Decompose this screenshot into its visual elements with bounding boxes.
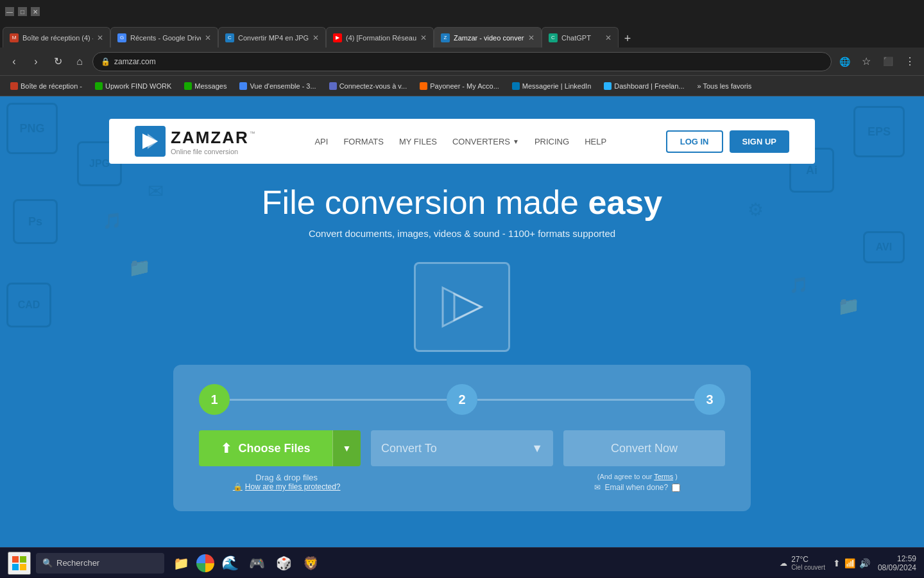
address-bar[interactable]: 🔒 zamzar.com (92, 52, 832, 71)
protected-link[interactable]: 🔒 How are my files protected? (199, 482, 374, 491)
taskbar-search[interactable]: 🔍 Rechercher (36, 553, 164, 574)
upwork-bm-icon2 (184, 82, 192, 90)
bookmark-label: Upwork FIND WORK (105, 82, 171, 90)
weather-info: 27°C Ciel couvert (791, 555, 825, 571)
logo-area: ZAMZAR ™ Online file conversion (135, 126, 255, 157)
clock-date: 08/09/2024 (878, 563, 916, 572)
center-video-icon (0, 262, 924, 352)
bookmark-more[interactable]: » Tous les favoris (692, 80, 757, 92)
hero-title: File conversion made easy (13, 183, 911, 222)
minimize-button[interactable]: — (5, 7, 14, 16)
reload-button[interactable]: ↻ (49, 53, 67, 71)
url-text: zamzar.com (114, 57, 156, 66)
clock: 12:59 08/09/2024 (878, 554, 916, 572)
dropdown-arrow-icon: ▼ (343, 443, 352, 453)
tab-chatgpt[interactable]: C ChatGPT ✕ (542, 27, 619, 48)
tab-formation[interactable]: ▶ (4) [Formation Réseaux ✕ (326, 27, 434, 48)
bookmark-connect[interactable]: Connectez-vous à v... (324, 80, 413, 92)
maximize-button[interactable]: □ (18, 7, 27, 16)
gmail-bm-icon (10, 82, 18, 90)
convert-now-button[interactable]: Convert Now (563, 430, 725, 466)
choose-files-main: ⬆ Choose Files (199, 430, 332, 466)
nav-help[interactable]: HELP (585, 137, 606, 146)
logo-icon (140, 131, 160, 152)
agree-text: (And agree to our Terms ) (550, 473, 725, 480)
system-tray: ⬆ 📶 🔊 (833, 558, 870, 568)
freelance-bm-icon (604, 82, 612, 90)
svg-marker-2 (443, 288, 481, 326)
choose-files-dropdown[interactable]: ▼ (332, 430, 361, 466)
search-icon: 🔍 (42, 558, 53, 568)
step-3-number: 3 (706, 392, 713, 407)
logo-box (135, 126, 166, 157)
extension-icon[interactable]: ⬛ (879, 53, 897, 71)
email-icon: ✉ (594, 483, 601, 492)
tab-close-icon[interactable]: ✕ (205, 33, 211, 42)
terms-link[interactable]: Terms (654, 473, 673, 480)
network-icon: 📶 (844, 558, 855, 568)
bookmark-linkedin[interactable]: Messagerie | LinkedIn (507, 80, 596, 92)
new-tab-button[interactable]: + (619, 30, 637, 48)
back-button[interactable]: ‹ (5, 53, 23, 71)
nav-links: API FORMATS MY FILES CONVERTERS ▼ PRICIN… (314, 137, 606, 146)
choose-files-button[interactable]: ⬆ Choose Files ▼ (199, 430, 361, 466)
nav-auth: LOG IN SIGN UP (666, 130, 789, 153)
tab-close-icon[interactable]: ✕ (420, 33, 427, 42)
tab-zamzar[interactable]: Z Zamzar - video convert ✕ (434, 27, 542, 48)
agree-prefix: (And agree to our (597, 473, 653, 480)
connect-bm-icon (329, 82, 337, 90)
bookmark-icon[interactable]: ☆ (857, 53, 875, 71)
tab-drive[interactable]: G Récents - Google Drive ✕ (110, 27, 218, 48)
nav-formats[interactable]: FORMATS (343, 137, 384, 146)
email-checkbox[interactable] (672, 484, 680, 492)
tab-close-icon[interactable]: ✕ (528, 33, 535, 42)
convert-to-button[interactable]: Convert To ▼ (371, 430, 553, 466)
taskbar-files-icon[interactable]: 📁 (169, 552, 193, 575)
taskbar-chrome-icon[interactable] (196, 554, 214, 572)
payoneer-bm-icon (420, 82, 427, 90)
forward-button[interactable]: › (27, 53, 45, 71)
bookmark-upwork1[interactable]: Upwork FIND WORK (90, 80, 176, 92)
window-controls[interactable]: — □ ✕ (5, 7, 40, 16)
home-button[interactable]: ⌂ (71, 53, 89, 71)
bookmark-gmail[interactable]: Boîte de réception - (5, 80, 87, 92)
bookmark-upwork2[interactable]: Messages (179, 80, 232, 92)
taskbar-brave-icon[interactable]: 🦁 (299, 552, 322, 575)
translate-icon[interactable]: 🌐 (835, 53, 853, 71)
tab-label: (4) [Formation Réseaux (346, 34, 416, 42)
email-label: Email when done? (604, 483, 668, 492)
more-button[interactable]: ⋮ (901, 53, 919, 71)
step-3-circle: 3 (694, 384, 725, 415)
tab-close-icon[interactable]: ✕ (605, 33, 612, 42)
start-button[interactable] (8, 552, 31, 575)
bookmark-payoneer[interactable]: Payoneer - My Acco... (415, 80, 504, 92)
tab-gmail[interactable]: M Boîte de réception (4) - ✕ (3, 27, 110, 48)
convertir-favicon: C (225, 33, 234, 42)
close-button[interactable]: ✕ (31, 7, 40, 16)
bookmark-vue[interactable]: Vue d'ensemble - 3... (234, 80, 321, 92)
upwork-bm-icon (95, 82, 103, 90)
tab-close-icon[interactable]: ✕ (312, 33, 319, 42)
nav-pricing[interactable]: PRICING (535, 137, 569, 146)
protected-link-text: How are my files protected? (245, 482, 341, 491)
logo-tagline: Online file conversion (171, 148, 255, 155)
bookmark-label: Connectez-vous à v... (339, 82, 407, 90)
tab-convertir[interactable]: C Convertir MP4 en JPG : ✕ (218, 27, 326, 48)
bookmark-freelance[interactable]: Dashboard | Freelan... (599, 80, 689, 92)
tab-close-icon[interactable]: ✕ (97, 33, 103, 42)
taskbar-edge-icon[interactable]: 🌊 (218, 552, 241, 575)
taskbar-game-icon[interactable]: 🎮 (245, 552, 268, 575)
nav-myfiles[interactable]: MY FILES (399, 137, 437, 146)
nav-api[interactable]: API (314, 137, 328, 146)
taskbar-right: ☁ 27°C Ciel couvert ⬆ 📶 🔊 12:59 08/09/20… (780, 554, 916, 572)
nav-converters[interactable]: CONVERTERS ▼ (452, 137, 519, 146)
nav-converters-label[interactable]: CONVERTERS (452, 137, 510, 146)
taskbar: 🔍 Rechercher 📁 🌊 🎮 🎲 🦁 ☁ 27°C Ciel couve… (0, 547, 924, 578)
title-bar: — □ ✕ (0, 0, 924, 23)
taskbar-game2-icon[interactable]: 🎲 (272, 552, 295, 575)
login-button[interactable]: LOG IN (666, 130, 723, 153)
drag-drop-text: Drag & drop files (199, 473, 374, 482)
weather-widget: ☁ 27°C Ciel couvert (780, 555, 825, 571)
weather-desc: Ciel couvert (791, 564, 825, 571)
signup-button[interactable]: SIGN UP (730, 130, 789, 153)
